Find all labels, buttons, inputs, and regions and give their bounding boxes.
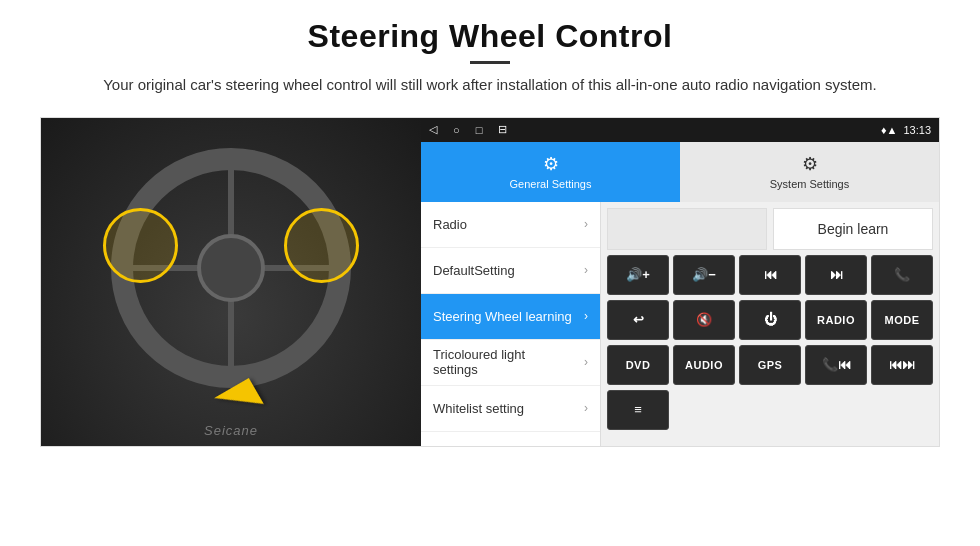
back-icon: ↩ xyxy=(633,312,644,327)
back-icon[interactable]: ◁ xyxy=(429,123,437,136)
control-row-2: ↩ 🔇 ⏻ RADIO MODE xyxy=(607,300,933,340)
menu-label-radio: Radio xyxy=(433,217,467,232)
content-area: Seicane ◁ ○ □ ⊟ ♦▲ 13:13 ⚙ xyxy=(40,117,940,447)
radio-btn[interactable]: RADIO xyxy=(805,300,867,340)
mute-icon: 🔇 xyxy=(696,312,712,327)
menu-label-whitelist: Whitelist setting xyxy=(433,401,524,416)
tricoloured-row: Tricoloured lightsettings › xyxy=(433,347,588,377)
begin-learn-button[interactable]: Begin learn xyxy=(773,208,933,250)
audio-label: AUDIO xyxy=(685,359,723,371)
status-right: ♦▲ 13:13 xyxy=(881,124,931,136)
list-icon: ≡ xyxy=(634,402,642,417)
gps-label: GPS xyxy=(758,359,783,371)
mode-label: MODE xyxy=(885,314,920,326)
control-panel: Begin learn 🔊+ 🔊− ⏮ xyxy=(601,202,939,446)
power-icon: ⏻ xyxy=(764,312,777,327)
prev-next-btn[interactable]: ⏮⏭ xyxy=(871,345,933,385)
chevron-default: › xyxy=(584,263,588,277)
settings-body: Radio › DefaultSetting › Steering Wheel … xyxy=(421,202,939,446)
time-display: 13:13 xyxy=(903,124,931,136)
dvd-btn[interactable]: DVD xyxy=(607,345,669,385)
menu-item-steering-wheel[interactable]: Steering Wheel learning › xyxy=(421,294,600,340)
prev-track-btn[interactable]: ⏮ xyxy=(739,255,801,295)
tab-system-label: System Settings xyxy=(770,178,849,190)
menu-label-steering: Steering Wheel learning xyxy=(433,309,572,324)
steering-wheel-photo: Seicane xyxy=(41,118,421,446)
menu-label-default: DefaultSetting xyxy=(433,263,515,278)
tab-system-settings[interactable]: ⚙ System Settings xyxy=(680,142,939,202)
prev-icon: ⏮ xyxy=(764,267,777,282)
radio-label: RADIO xyxy=(817,314,855,326)
mode-btn[interactable]: MODE xyxy=(871,300,933,340)
title-divider xyxy=(470,61,510,64)
menu-item-radio[interactable]: Radio › xyxy=(421,202,600,248)
page-title: Steering Wheel Control xyxy=(103,18,877,55)
menu-item-tricoloured[interactable]: Tricoloured lightsettings › xyxy=(421,340,600,386)
next-track-btn[interactable]: ⏭ xyxy=(805,255,867,295)
control-row-4: ≡ xyxy=(607,390,933,430)
mute-btn[interactable]: 🔇 xyxy=(673,300,735,340)
list-btn[interactable]: ≡ xyxy=(607,390,669,430)
spoke-vertical xyxy=(228,170,234,366)
phone-icon: 📞 xyxy=(894,267,910,282)
vol-up-icon: 🔊+ xyxy=(626,267,650,282)
system-settings-icon: ⚙ xyxy=(802,153,818,175)
menu-icon[interactable]: ⊟ xyxy=(498,123,507,136)
tab-general-settings[interactable]: ⚙ General Settings xyxy=(421,142,680,202)
recent-icon[interactable]: □ xyxy=(476,124,483,136)
arrow-container xyxy=(219,386,259,416)
general-settings-icon: ⚙ xyxy=(543,153,559,175)
gps-btn[interactable]: GPS xyxy=(739,345,801,385)
highlight-left-buttons xyxy=(103,208,178,283)
audio-btn[interactable]: AUDIO xyxy=(673,345,735,385)
menu-item-default-setting[interactable]: DefaultSetting › xyxy=(421,248,600,294)
vol-down-icon: 🔊− xyxy=(692,267,716,282)
phone-prev-icon: 📞⏮ xyxy=(822,357,851,372)
chevron-tricoloured: › xyxy=(584,355,588,369)
signal-icon: ♦▲ xyxy=(881,124,898,136)
highlight-right-buttons xyxy=(284,208,359,283)
phone-btn[interactable]: 📞 xyxy=(871,255,933,295)
menu-item-whitelist[interactable]: Whitelist setting › xyxy=(421,386,600,432)
chevron-steering: › xyxy=(584,309,588,323)
menu-label-tricoloured: Tricoloured lightsettings xyxy=(433,347,525,377)
control-row-1: 🔊+ 🔊− ⏮ ⏭ 📞 xyxy=(607,255,933,295)
settings-menu: Radio › DefaultSetting › Steering Wheel … xyxy=(421,202,601,446)
power-btn[interactable]: ⏻ xyxy=(739,300,801,340)
vol-down-btn[interactable]: 🔊− xyxy=(673,255,735,295)
next-icon: ⏭ xyxy=(830,267,843,282)
prev-next-icon: ⏮⏭ xyxy=(889,357,915,372)
nav-icons: ◁ ○ □ ⊟ xyxy=(429,123,507,136)
dvd-label: DVD xyxy=(626,359,651,371)
control-row-3: DVD AUDIO GPS 📞⏮ ⏮⏭ xyxy=(607,345,933,385)
vol-up-btn[interactable]: 🔊+ xyxy=(607,255,669,295)
android-panel: ◁ ○ □ ⊟ ♦▲ 13:13 ⚙ General Settings ⚙ xyxy=(421,118,939,446)
back-call-btn[interactable]: ↩ xyxy=(607,300,669,340)
watermark: Seicane xyxy=(204,423,258,438)
phone-prev-btn[interactable]: 📞⏮ xyxy=(805,345,867,385)
blank-area xyxy=(607,208,767,250)
tab-general-label: General Settings xyxy=(510,178,592,190)
status-bar: ◁ ○ □ ⊟ ♦▲ 13:13 xyxy=(421,118,939,142)
settings-tabs: ⚙ General Settings ⚙ System Settings xyxy=(421,142,939,202)
top-control-row: Begin learn xyxy=(607,208,933,250)
home-icon[interactable]: ○ xyxy=(453,124,460,136)
page-subtitle: Your original car's steering wheel contr… xyxy=(103,74,877,97)
chevron-radio: › xyxy=(584,217,588,231)
page-container: Steering Wheel Control Your original car… xyxy=(0,0,980,546)
chevron-whitelist: › xyxy=(584,401,588,415)
title-section: Steering Wheel Control Your original car… xyxy=(103,18,877,111)
